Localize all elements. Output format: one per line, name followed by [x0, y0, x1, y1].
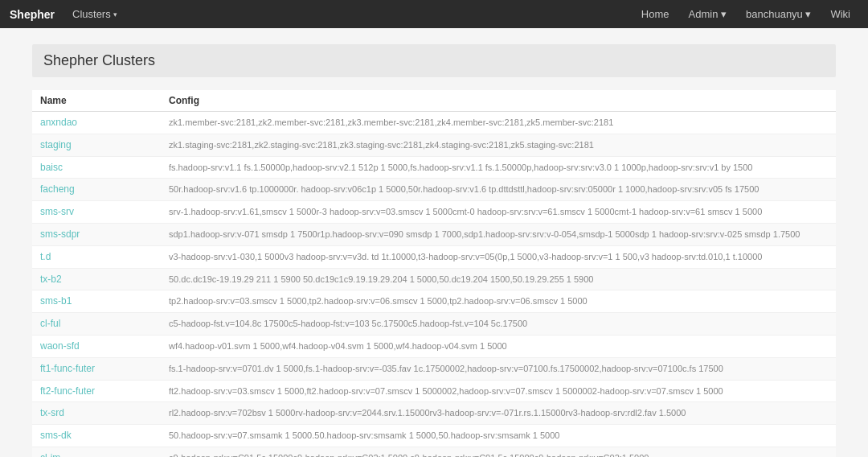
clusters-nav-label: Clusters: [72, 8, 111, 20]
cluster-name-cell: ft1-func-futer: [32, 357, 161, 380]
table-row: stagingzk1.staging-svc:2181,zk2.staging-…: [32, 134, 836, 156]
table-row: cl-jmc9-hadoop-prk:v=C01 5c.15000c9-hado…: [32, 447, 836, 457]
cluster-name-cell: tx-srd: [32, 402, 161, 425]
cluster-config-text: srv-1.hadoop-srv:v1.61,smscv 1 5000r-3 h…: [169, 207, 762, 216]
table-row: anxndaozk1.member-svc:2181,zk2.member-sv…: [32, 112, 836, 134]
cluster-name-link[interactable]: tx-b2: [40, 274, 62, 285]
table-row: tx-b250.dc.dc19c-19.19.29 211 1 5900 50.…: [32, 268, 836, 290]
cluster-config-text: 50r.hadoop-srv:v1.6 tp.1000000r. hadoop-…: [169, 184, 759, 194]
cluster-name-link[interactable]: sms-sdpr: [40, 228, 80, 240]
main-content: Shepher Clusters Name Config anxndaozk1.…: [0, 28, 868, 457]
table-row: waon-sfdwf4.hadoop-v01.svm 1 5000,wf4.ha…: [32, 335, 836, 357]
cluster-config-text: 50.hadoop-srv:v=07.smsamk 1 5000.50.hado…: [169, 430, 559, 440]
table-row: ft1-func-futerfs.1-hadoop-srv:v=0701.dv …: [32, 357, 836, 380]
cluster-name-cell: baisc: [32, 156, 161, 179]
cluster-config-text: fs.hadoop-srv:v1.1 fs.1.50000p,hadoop-sr…: [169, 163, 752, 172]
cluster-name-link[interactable]: anxndao: [40, 117, 77, 128]
cluster-config-text: wf4.hadoop-v01.svm 1 5000,wf4.hadoop-v04…: [169, 341, 507, 351]
table-row: t.dv3-hadoop-srv:v1-030,1 5000v3 hadoop-…: [32, 245, 836, 268]
table-header: Name Config: [32, 90, 836, 112]
table-row: ft2-func-futerft2.hadoop-srv:v=03.smscv …: [32, 380, 836, 402]
clusters-caret-icon: ▾: [113, 10, 117, 19]
user-link[interactable]: banchuanyu ▾: [738, 0, 819, 28]
cluster-name-cell: cl-jm: [32, 447, 161, 457]
clusters-table: Name Config anxndaozk1.member-svc:2181,z…: [32, 90, 836, 457]
navbar-right: Home Admin ▾ banchuanyu ▾ Wiki: [633, 0, 858, 28]
cluster-name-cell: tx-b2: [32, 268, 161, 290]
admin-link[interactable]: Admin ▾: [681, 0, 735, 28]
config-column-header: Config: [161, 90, 836, 112]
cluster-name-link[interactable]: sms-b1: [40, 295, 72, 307]
cluster-name-cell: sms-dk: [32, 425, 161, 447]
cluster-name-link[interactable]: baisc: [40, 162, 63, 173]
table-row: baiscfs.hadoop-srv:v1.1 fs.1.50000p,hado…: [32, 156, 836, 179]
name-column-header: Name: [32, 90, 161, 112]
cluster-name-cell: sms-b1: [32, 290, 161, 313]
cluster-config-text: rl2.hadoop-srv:v=702bsv 1 5000rv-hadoop-…: [169, 408, 686, 418]
cluster-name-cell: ft2-func-futer: [32, 380, 161, 402]
cluster-config-cell: zk1.member-svc:2181,zk2.member-svc:2181,…: [161, 112, 836, 134]
cluster-config-cell: sdp1.hadoop-srv:v-071 smsdp 1 7500r1p.ha…: [161, 223, 836, 245]
cluster-config-cell: fs.1-hadoop-srv:v=0701.dv 1 5000,fs.1-ha…: [161, 357, 836, 380]
cluster-name-cell: anxndao: [32, 112, 161, 134]
cluster-name-cell: waon-sfd: [32, 335, 161, 357]
wiki-link[interactable]: Wiki: [822, 0, 858, 28]
cluster-name-cell: cl-ful: [32, 313, 161, 336]
table-row: sms-srvsrv-1.hadoop-srv:v1.61,smscv 1 50…: [32, 201, 836, 224]
cluster-config-text: v3-hadoop-srv:v1-030,1 5000v3 hadoop-srv…: [169, 252, 762, 261]
clusters-nav-item[interactable]: Clusters ▾: [64, 0, 125, 28]
cluster-config-cell: c5-hadoop-fst.v=104.8c 17500c5-hadoop-fs…: [161, 313, 836, 336]
home-link[interactable]: Home: [633, 0, 678, 28]
table-body: anxndaozk1.member-svc:2181,zk2.member-sv…: [32, 112, 836, 458]
cluster-config-cell: c9-hadoop-prk:v=C01 5c.15000c9-hadoop-pr…: [161, 447, 836, 457]
cluster-config-text: fs.1-hadoop-srv:v=0701.dv 1 5000,fs.1-ha…: [169, 364, 723, 373]
table-row: sms-sdprsdp1.hadoop-srv:v-071 smsdp 1 75…: [32, 223, 836, 245]
cluster-config-text: tp2.hadoop-srv:v=03.smscv 1 5000,tp2.had…: [169, 296, 588, 306]
cluster-name-cell: t.d: [32, 245, 161, 268]
cluster-config-cell: 50.dc.dc19c-19.19.29 211 1 5900 50.dc19c…: [161, 268, 836, 290]
cluster-config-cell: rl2.hadoop-srv:v=702bsv 1 5000rv-hadoop-…: [161, 402, 836, 425]
cluster-config-cell: ft2.hadoop-srv:v=03.smscv 1 5000,ft2.had…: [161, 380, 836, 402]
cluster-config-text: zk1.staging-svc:2181,zk2.staging-svc:218…: [169, 140, 594, 150]
cluster-config-text: ft2.hadoop-srv:v=03.smscv 1 5000,ft2.had…: [169, 386, 723, 396]
cluster-config-cell: tp2.hadoop-srv:v=03.smscv 1 5000,tp2.had…: [161, 290, 836, 313]
cluster-config-cell: srv-1.hadoop-srv:v1.61,smscv 1 5000r-3 h…: [161, 201, 836, 224]
table-row: tx-srdrl2.hadoop-srv:v=702bsv 1 5000rv-h…: [32, 402, 836, 425]
table-row: sms-dk50.hadoop-srv:v=07.smsamk 1 5000.5…: [32, 425, 836, 447]
cluster-name-link[interactable]: sms-srv: [40, 206, 74, 217]
cluster-name-link[interactable]: staging: [40, 139, 72, 150]
cluster-config-text: sdp1.hadoop-srv:v-071 smsdp 1 7500r1p.ha…: [169, 229, 800, 239]
navbar-brand: Shepher: [10, 8, 64, 21]
cluster-config-cell: wf4.hadoop-v01.svm 1 5000,wf4.hadoop-v04…: [161, 335, 836, 357]
cluster-config-text: c5-hadoop-fst.v=104.8c 17500c5-hadoop-fs…: [169, 319, 527, 328]
cluster-config-cell: 50.hadoop-srv:v=07.smsamk 1 5000.50.hado…: [161, 425, 836, 447]
cluster-config-cell: fs.hadoop-srv:v1.1 fs.1.50000p,hadoop-sr…: [161, 156, 836, 179]
cluster-name-cell: facheng: [32, 179, 161, 201]
cluster-config-cell: v3-hadoop-srv:v1-030,1 5000v3 hadoop-srv…: [161, 245, 836, 268]
cluster-name-cell: sms-srv: [32, 201, 161, 224]
navbar: Shepher Clusters ▾ Home Admin ▾ banchuan…: [0, 0, 868, 28]
cluster-name-link[interactable]: t.d: [40, 251, 51, 262]
cluster-name-link[interactable]: waon-sfd: [40, 340, 80, 352]
cluster-name-link[interactable]: tx-srd: [40, 407, 64, 418]
cluster-name-cell: staging: [32, 134, 161, 156]
navbar-left: Shepher Clusters ▾: [10, 0, 125, 28]
table-row: facheng50r.hadoop-srv:v1.6 tp.1000000r. …: [32, 179, 836, 201]
cluster-name-cell: sms-sdpr: [32, 223, 161, 245]
cluster-config-text: 50.dc.dc19c-19.19.29 211 1 5900 50.dc19c…: [169, 274, 593, 284]
cluster-name-link[interactable]: ft2-func-futer: [40, 385, 95, 397]
cluster-name-link[interactable]: cl-ful: [40, 318, 60, 329]
table-row: cl-fulc5-hadoop-fst.v=104.8c 17500c5-had…: [32, 313, 836, 336]
cluster-name-link[interactable]: sms-dk: [40, 430, 72, 441]
cluster-name-link[interactable]: facheng: [40, 183, 75, 195]
table-row: sms-b1tp2.hadoop-srv:v=03.smscv 1 5000,t…: [32, 290, 836, 313]
cluster-config-text: zk1.member-svc:2181,zk2.member-svc:2181,…: [169, 117, 613, 127]
cluster-config-cell: 50r.hadoop-srv:v1.6 tp.1000000r. hadoop-…: [161, 179, 836, 201]
cluster-config-text: c9-hadoop-prk:v=C01 5c.15000c9-hadoop-pr…: [169, 453, 649, 457]
page-title: Shepher Clusters: [32, 44, 836, 77]
cluster-config-cell: zk1.staging-svc:2181,zk2.staging-svc:218…: [161, 134, 836, 156]
cluster-name-link[interactable]: cl-jm: [40, 452, 60, 457]
cluster-name-link[interactable]: ft1-func-futer: [40, 363, 95, 374]
